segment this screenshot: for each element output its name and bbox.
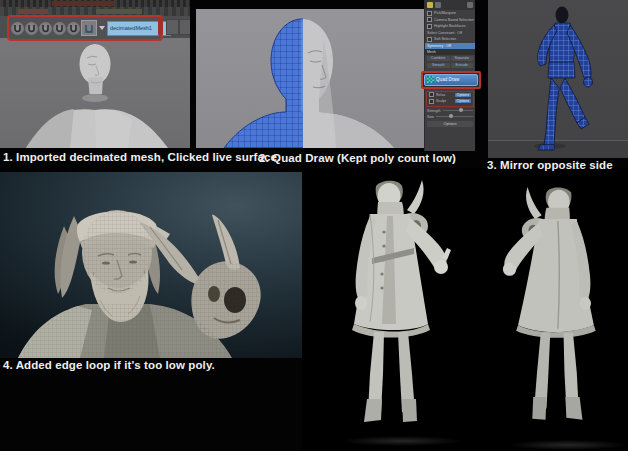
smooth-button[interactable]: Smooth xyxy=(427,63,450,68)
snap-to-view-plane-magnet-icon[interactable] xyxy=(67,22,80,35)
toolkit-row-label: Symmetry : Off xyxy=(427,44,451,48)
make-live-icon[interactable] xyxy=(81,20,97,36)
toolkit-row-label: Select Constraint : Off xyxy=(427,31,462,35)
caption-step-4: 4. Added edge loop if it's too low poly. xyxy=(3,359,215,371)
checkbox-icon[interactable] xyxy=(429,99,434,104)
toolkit-row-label: Sculpt xyxy=(436,99,446,103)
move-tool-icon[interactable] xyxy=(435,2,441,8)
panel-1-maya-viewport xyxy=(0,0,190,148)
caption-step-3: 3. Mirror opposite side xyxy=(487,159,613,171)
slider-track[interactable] xyxy=(436,116,473,118)
pirate-bust-render xyxy=(0,172,302,358)
panel-3-mirror-viewport xyxy=(488,0,628,158)
toolkit-row-label: Relax xyxy=(436,93,445,97)
footer-button-label: Options xyxy=(443,122,456,126)
select-tool-icon[interactable] xyxy=(427,2,433,8)
snap-toolbar xyxy=(0,16,190,38)
toolkit-row-label: Highlight Backfaces xyxy=(434,24,466,28)
toolbar-icon[interactable] xyxy=(179,19,190,35)
toolkit-row-label: Camera Based Selection xyxy=(434,18,474,22)
toolbar-icon[interactable] xyxy=(166,19,179,35)
separate-button[interactable]: Separate xyxy=(451,56,474,61)
quad-draw-label: Quad Draw xyxy=(436,77,459,82)
checkbox-icon[interactable] xyxy=(429,92,434,97)
modeling-toolkit-panel: Pick/Marquee Camera Based Selection High… xyxy=(424,0,475,151)
menu-highlight-segment xyxy=(52,1,114,6)
toolkit-header xyxy=(425,0,475,10)
panel-2-quad-draw-viewport xyxy=(196,9,424,148)
section-label: Mesh xyxy=(427,50,436,54)
checkbox-icon[interactable] xyxy=(427,17,432,22)
sculpt-options-button[interactable]: Options xyxy=(455,99,471,103)
slider-track[interactable] xyxy=(443,110,473,112)
chevron-down-icon[interactable] xyxy=(99,26,105,30)
clay-figure-front-render xyxy=(318,174,468,444)
toolkit-row-label: Pick/Marquee xyxy=(434,11,456,15)
snap-to-curve-magnet-icon[interactable] xyxy=(25,22,38,35)
combine-button[interactable]: Combine xyxy=(427,56,450,61)
panel-menu-icon[interactable] xyxy=(467,2,473,8)
toolkit-row-label: Soft Selection xyxy=(434,37,456,41)
maya-menu-strip[interactable] xyxy=(0,0,190,7)
caption-step-2: 2. Quad Draw (Kept poly count low) xyxy=(259,152,456,164)
half-retopologized-head-render xyxy=(196,9,424,148)
quad-draw-checker-icon xyxy=(427,76,434,83)
panel-4-edge-loop-render xyxy=(0,172,302,358)
clay-figure-back-render xyxy=(484,172,626,446)
caption-step-1: 1. Imported decimated mesh, Clicked live… xyxy=(3,151,280,163)
wireframe-body-render xyxy=(488,0,628,158)
snap-to-projected-center-magnet-icon[interactable] xyxy=(53,22,66,35)
tool-options-box: RelaxOptions SculptOptions xyxy=(426,91,474,107)
snap-to-point-magnet-icon[interactable] xyxy=(39,22,52,35)
retopology-tutorial-collage: Pick/Marquee Camera Based Selection High… xyxy=(0,0,628,451)
slider-label: Size xyxy=(427,115,434,119)
size-slider[interactable]: Size xyxy=(425,114,475,120)
red-highlight-bar xyxy=(158,17,163,36)
quad-draw-highlight-box: Quad Draw xyxy=(421,71,481,89)
mesh-button-row: Smooth Extrude xyxy=(425,62,475,69)
slider-label: Strength xyxy=(427,109,441,113)
relax-options-button[interactable]: Options xyxy=(455,93,471,97)
quad-draw-button[interactable]: Quad Draw xyxy=(424,74,478,86)
slider-knob[interactable] xyxy=(459,108,463,112)
slider-knob[interactable] xyxy=(449,114,453,118)
checkbox-icon[interactable] xyxy=(427,37,432,42)
panel-5-clay-renders xyxy=(302,168,628,451)
extrude-button[interactable]: Extrude xyxy=(451,63,474,68)
mesh-button-row: Combine Separate xyxy=(425,55,475,62)
checkbox-icon[interactable] xyxy=(427,11,432,16)
toolkit-row[interactable]: SculptOptions xyxy=(427,98,473,105)
shelf-segment xyxy=(96,9,142,14)
toolkit-footer-button[interactable]: Options xyxy=(427,121,473,127)
snap-to-grid-magnet-icon[interactable] xyxy=(11,22,24,35)
shelf-segment xyxy=(18,9,48,14)
decimated-bust-render xyxy=(0,36,190,148)
checkbox-icon[interactable] xyxy=(427,24,432,29)
